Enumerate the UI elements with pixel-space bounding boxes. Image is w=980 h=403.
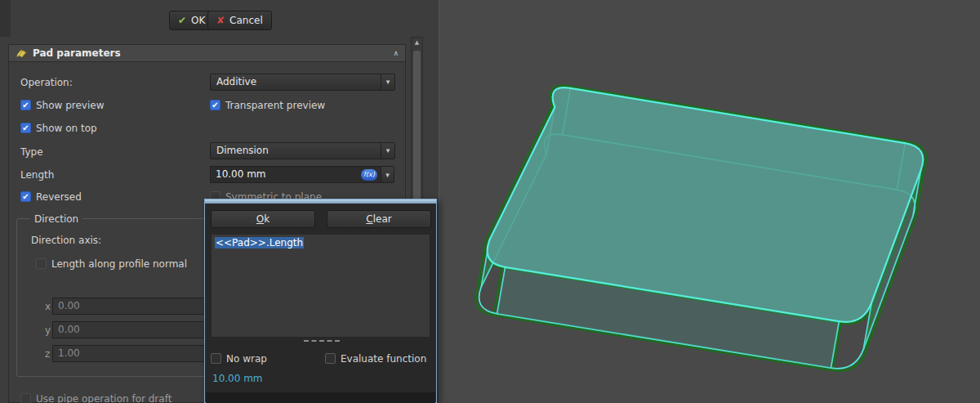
chevron-down-icon: ▾	[385, 171, 390, 179]
panel-title: Pad parameters	[33, 47, 121, 59]
z-value: 1.00	[58, 347, 80, 359]
z-label: z	[45, 348, 50, 360]
dialog-clear-rest: lear	[373, 213, 392, 225]
pad-preview-3d	[439, 0, 980, 403]
y-value: 0.00	[58, 324, 80, 335]
expression-result: 10.00 mm	[212, 373, 263, 384]
length-value: 10.00 mm	[216, 168, 266, 180]
x-label: x	[45, 301, 51, 312]
chevron-down-icon: ▾	[381, 74, 394, 90]
transparent-preview-label[interactable]: Transparent preview	[225, 100, 325, 111]
reversed-label[interactable]: Reversed	[36, 191, 82, 203]
ok-button-label: OK	[191, 15, 205, 26]
formula-editor-dialog: Ok Clear <<Pad>>.Length No wrap Evaluate…	[204, 199, 437, 403]
operation-combo[interactable]: Additive ▾	[210, 74, 395, 91]
type-value: Dimension	[216, 145, 269, 156]
evaluate-function-label[interactable]: Evaluate function	[341, 353, 426, 365]
length-input[interactable]: 10.00 mm f(x)	[210, 166, 381, 183]
dialog-ok-accel: O	[256, 213, 264, 225]
3d-viewport[interactable]	[439, 0, 980, 403]
length-along-normal-checkbox	[36, 258, 47, 269]
length-spinner[interactable]: ▾	[381, 166, 394, 183]
ok-check-icon: ✔	[178, 15, 186, 26]
dialog-splitter-handle[interactable]	[304, 340, 340, 342]
operation-label: Operation:	[20, 77, 73, 88]
dialog-clear-accel: C	[366, 213, 372, 225]
show-on-top-checkbox[interactable]: ✔	[20, 123, 31, 133]
type-combo[interactable]: Dimension ▾	[210, 142, 395, 159]
type-label: Type	[20, 146, 43, 158]
expression-selected-text: <<Pad>>.Length	[215, 237, 304, 249]
scrollbar-up-icon[interactable]: ▲	[412, 39, 422, 46]
x-value: 0.00	[58, 300, 80, 311]
direction-group-label: Direction	[30, 213, 82, 225]
formula-editor-icon[interactable]: f(x)	[361, 169, 377, 181]
transparent-preview-checkbox[interactable]: ✔	[210, 100, 220, 110]
show-preview-checkbox[interactable]: ✔	[20, 100, 31, 110]
expression-textarea[interactable]: <<Pad>>.Length	[211, 234, 430, 338]
no-wrap-label[interactable]: No wrap	[226, 353, 267, 365]
length-label: Length	[20, 169, 54, 181]
left-edge-strip	[0, 0, 11, 37]
dialog-ok-rest: k	[264, 213, 270, 225]
dialog-footer-strip	[206, 392, 435, 403]
cancel-button[interactable]: ✘ Cancel	[207, 11, 272, 30]
operation-value: Additive	[216, 76, 256, 87]
use-pipe-label: Use pipe operation for draft	[36, 393, 172, 403]
pad-parameters-header[interactable]: Pad parameters ∧	[8, 44, 406, 62]
dialog-ok-button[interactable]: Ok	[211, 210, 315, 228]
cancel-button-label: Cancel	[229, 15, 263, 26]
show-preview-label[interactable]: Show preview	[36, 100, 105, 111]
no-wrap-checkbox[interactable]	[211, 353, 221, 364]
reversed-checkbox[interactable]: ✔	[20, 191, 31, 202]
evaluate-function-checkbox[interactable]	[325, 353, 336, 364]
y-label: y	[45, 325, 51, 336]
chevron-down-icon: ▾	[381, 143, 394, 159]
dialog-titlebar[interactable]	[205, 199, 436, 204]
pad-icon	[16, 47, 28, 59]
direction-axis-label: Direction axis:	[31, 235, 101, 246]
use-pipe-checkbox	[20, 393, 31, 403]
dialog-clear-button[interactable]: Clear	[327, 210, 431, 228]
cancel-cross-icon: ✘	[216, 15, 225, 26]
length-along-normal-label: Length along profile normal	[51, 258, 187, 270]
show-on-top-label[interactable]: Show on top	[36, 123, 97, 134]
collapse-chevron-icon[interactable]: ∧	[393, 49, 399, 57]
